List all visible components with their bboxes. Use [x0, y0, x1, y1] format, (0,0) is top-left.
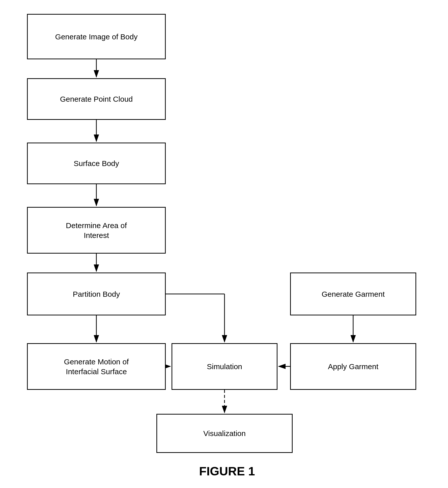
generate-image-label: Generate Image of Body: [55, 32, 138, 42]
visualization-box: Visualization: [156, 414, 293, 453]
generate-image-box: Generate Image of Body: [27, 14, 166, 59]
diagram-container: Generate Image of Body Generate Point Cl…: [0, 0, 448, 488]
generate-point-cloud-box: Generate Point Cloud: [27, 78, 166, 120]
apply-garment-label: Apply Garment: [328, 362, 378, 371]
partition-body-label: Partition Body: [73, 289, 120, 299]
determine-area-box: Determine Area ofInterest: [27, 207, 166, 254]
surface-body-label: Surface Body: [74, 158, 119, 168]
generate-garment-label: Generate Garment: [322, 289, 385, 299]
surface-body-box: Surface Body: [27, 143, 166, 184]
generate-garment-box: Generate Garment: [290, 273, 416, 315]
partition-body-box: Partition Body: [27, 273, 166, 315]
generate-motion-box: Generate Motion ofInterfacial Surface: [27, 343, 166, 390]
generate-motion-label: Generate Motion ofInterfacial Surface: [64, 357, 129, 376]
simulation-label: Simulation: [207, 362, 242, 371]
figure-label: FIGURE 1: [139, 464, 315, 478]
apply-garment-box: Apply Garment: [290, 343, 416, 390]
determine-area-label: Determine Area ofInterest: [66, 221, 127, 240]
simulation-box: Simulation: [172, 343, 277, 390]
visualization-label: Visualization: [203, 428, 246, 438]
generate-point-cloud-label: Generate Point Cloud: [60, 94, 133, 104]
figure-label-text: FIGURE 1: [199, 465, 255, 478]
